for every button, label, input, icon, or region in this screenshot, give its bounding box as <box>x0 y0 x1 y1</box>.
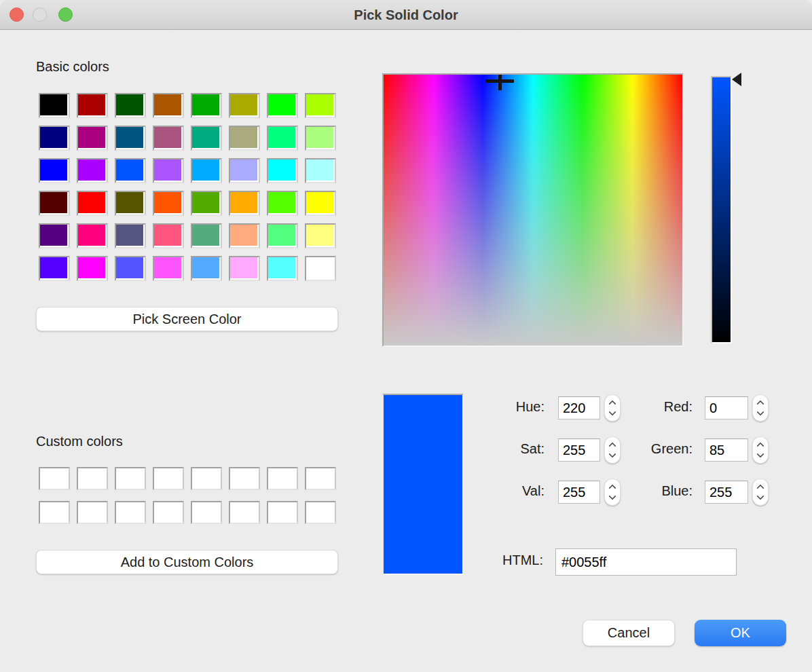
color-swatch[interactable] <box>229 126 260 151</box>
color-swatch[interactable] <box>191 467 222 490</box>
color-swatch-fill <box>192 502 219 521</box>
color-swatch[interactable] <box>115 158 146 183</box>
color-swatch[interactable] <box>77 93 108 118</box>
color-swatch[interactable] <box>115 223 146 248</box>
color-swatch[interactable] <box>191 223 222 248</box>
color-swatch[interactable] <box>229 256 260 281</box>
color-swatch[interactable] <box>153 191 184 216</box>
color-swatch[interactable] <box>229 93 260 118</box>
color-swatch[interactable] <box>305 158 336 183</box>
color-swatch[interactable] <box>305 191 336 216</box>
color-swatch[interactable] <box>191 191 222 216</box>
color-swatch-fill <box>268 160 295 181</box>
color-swatch-fill <box>306 192 333 213</box>
color-swatch[interactable] <box>191 158 222 183</box>
color-swatch-fill <box>306 127 333 148</box>
hue-saturation-map[interactable] <box>382 73 684 347</box>
color-swatch[interactable] <box>77 126 108 151</box>
color-swatch[interactable] <box>77 223 108 248</box>
color-swatch[interactable] <box>305 93 336 118</box>
color-swatch[interactable] <box>77 256 108 281</box>
color-swatch[interactable] <box>229 191 260 216</box>
color-swatch-fill <box>40 192 67 213</box>
cancel-button[interactable]: Cancel <box>583 620 675 646</box>
color-swatch-fill <box>40 225 67 246</box>
color-swatch[interactable] <box>267 223 298 248</box>
color-swatch[interactable] <box>77 501 108 524</box>
color-swatch[interactable] <box>191 126 222 151</box>
green-input[interactable] <box>705 438 748 462</box>
color-swatch[interactable] <box>229 501 260 524</box>
color-swatch[interactable] <box>153 93 184 118</box>
color-swatch[interactable] <box>153 467 184 490</box>
color-swatch[interactable] <box>267 501 298 524</box>
color-swatch[interactable] <box>115 126 146 151</box>
color-swatch-fill <box>78 225 105 246</box>
color-swatch[interactable] <box>115 191 146 216</box>
color-swatch[interactable] <box>267 158 298 183</box>
chevron-up-icon[interactable] <box>756 484 764 491</box>
color-swatch[interactable] <box>77 467 108 490</box>
color-swatch[interactable] <box>153 158 184 183</box>
color-swatch-fill <box>268 468 295 487</box>
value-slider[interactable] <box>711 76 732 343</box>
color-swatch[interactable] <box>267 256 298 281</box>
color-swatch[interactable] <box>39 126 70 151</box>
color-swatch-fill <box>306 257 333 278</box>
color-swatch[interactable] <box>267 126 298 151</box>
color-swatch[interactable] <box>153 126 184 151</box>
pick-screen-color-button[interactable]: Pick Screen Color <box>36 307 338 331</box>
color-swatch[interactable] <box>153 501 184 524</box>
chevron-down-icon[interactable] <box>756 450 764 458</box>
blue-stepper[interactable] <box>752 479 769 506</box>
chevron-down-icon[interactable] <box>756 408 764 415</box>
color-swatch[interactable] <box>39 467 70 490</box>
slider-arrow-icon[interactable] <box>732 73 741 86</box>
color-swatch[interactable] <box>39 93 70 118</box>
color-swatch[interactable] <box>77 158 108 183</box>
color-swatch[interactable] <box>153 223 184 248</box>
red-input[interactable] <box>705 396 748 419</box>
color-swatch[interactable] <box>229 223 260 248</box>
ok-button[interactable]: OK <box>695 620 786 646</box>
color-swatch[interactable] <box>305 467 336 490</box>
color-swatch[interactable] <box>39 223 70 248</box>
color-swatch-fill <box>192 225 219 246</box>
color-swatch[interactable] <box>191 501 222 524</box>
color-swatch[interactable] <box>229 467 260 490</box>
color-swatch[interactable] <box>191 93 222 118</box>
color-swatch[interactable] <box>115 501 146 524</box>
color-swatch[interactable] <box>267 191 298 216</box>
color-swatch-fill <box>78 468 105 487</box>
color-swatch[interactable] <box>39 256 70 281</box>
color-swatch[interactable] <box>115 256 146 281</box>
color-swatch[interactable] <box>305 126 336 151</box>
color-swatch[interactable] <box>305 256 336 281</box>
html-color-input[interactable] <box>555 548 737 576</box>
color-swatch[interactable] <box>305 223 336 248</box>
color-swatch-fill <box>230 257 257 278</box>
color-swatch[interactable] <box>191 256 222 281</box>
green-label: Green: <box>589 441 693 457</box>
color-swatch[interactable] <box>77 191 108 216</box>
color-swatch[interactable] <box>115 93 146 118</box>
color-swatch[interactable] <box>39 501 70 524</box>
color-swatch[interactable] <box>229 158 260 183</box>
color-swatch[interactable] <box>305 501 336 524</box>
chevron-up-icon[interactable] <box>756 400 764 407</box>
color-swatch[interactable] <box>39 158 70 183</box>
color-swatch[interactable] <box>267 93 298 118</box>
green-stepper[interactable] <box>752 436 769 464</box>
blue-input[interactable] <box>705 481 748 504</box>
add-to-custom-colors-button[interactable]: Add to Custom Colors <box>36 550 338 574</box>
color-swatch-fill <box>40 127 67 148</box>
color-swatch[interactable] <box>267 467 298 490</box>
chevron-down-icon[interactable] <box>756 492 764 500</box>
color-swatch[interactable] <box>153 256 184 281</box>
color-swatch[interactable] <box>39 191 70 216</box>
color-swatch-fill <box>116 257 143 278</box>
red-stepper[interactable] <box>752 394 769 422</box>
color-swatch-fill <box>230 468 257 487</box>
color-swatch[interactable] <box>115 467 146 490</box>
chevron-up-icon[interactable] <box>756 442 764 449</box>
